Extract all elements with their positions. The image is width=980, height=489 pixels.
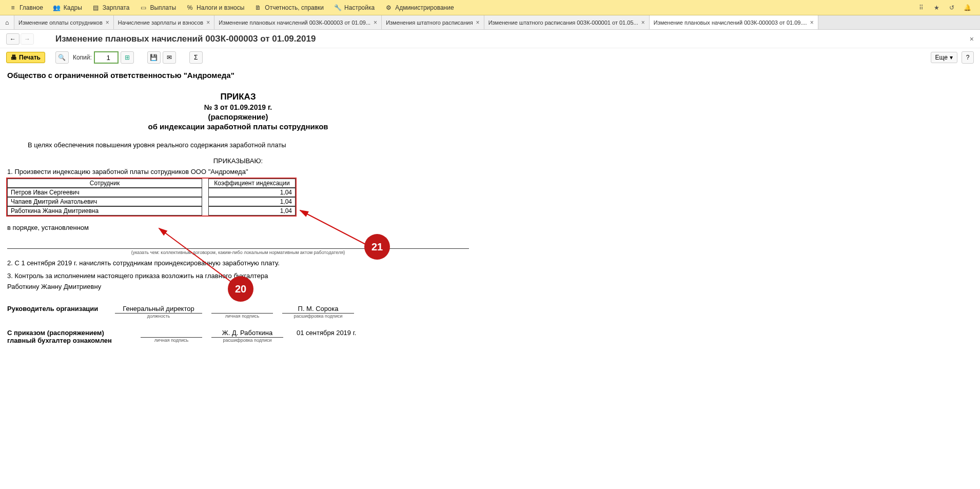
tab-bar: ⌂ Изменение оплаты сотрудников× Начислен…: [0, 15, 980, 30]
save-icon: 💾: [150, 54, 158, 61]
doc-container[interactable]: Общество с ограниченной ответственностью…: [0, 67, 980, 489]
copies-input[interactable]: [94, 51, 119, 64]
sig-ack-date: 01 сентября 2019 г.: [297, 329, 356, 337]
menu-salary[interactable]: ▤Зарплата: [87, 2, 135, 13]
page-title: Изменение плановых начислений 00ЗК-00000…: [55, 34, 316, 44]
close-icon[interactable]: ×: [476, 19, 480, 26]
sig-ack-label1: С приказом (распоряжением): [7, 329, 141, 337]
close-icon[interactable]: ×: [106, 19, 109, 26]
document: Общество с ограниченной ответственностью…: [7, 71, 469, 344]
order-subject: об индексации заработной платы сотрудник…: [7, 122, 469, 131]
right-icons: ⠿ ★ ↺ 🔔: [916, 3, 976, 12]
help-button[interactable]: ?: [962, 51, 974, 64]
sum-button[interactable]: Σ: [189, 51, 203, 64]
tab-5[interactable]: Изменение плановых начислений 00ЗК-00000…: [650, 15, 818, 29]
bell-icon[interactable]: 🔔: [963, 3, 972, 12]
print-button[interactable]: 🖶Печать: [6, 52, 45, 63]
table-row: Работкина Жанна Дмитриевна 1,04: [7, 206, 296, 216]
more-button[interactable]: Еще▾: [931, 52, 957, 63]
people-icon: 👥: [53, 4, 61, 11]
cell-emp: Работкина Жанна Дмитриевна: [7, 206, 202, 216]
print-label: Печать: [19, 54, 41, 61]
gear-icon: ⚙: [385, 4, 392, 11]
export-button[interactable]: ⊞: [121, 51, 134, 64]
home-tab[interactable]: ⌂: [0, 15, 14, 29]
tab-3-label: Изменения штатного расписания: [386, 19, 473, 26]
order-item-2: 2. С 1 сентября 2019 г. начислять сотруд…: [7, 259, 469, 267]
close-icon[interactable]: ×: [206, 19, 210, 26]
mail-button[interactable]: ✉: [163, 51, 176, 64]
doc-icon: 🗎: [254, 4, 262, 11]
preview-button[interactable]: 🔍: [55, 51, 69, 64]
printer-icon: 🖶: [11, 54, 17, 61]
menu-staff-label: Кадры: [64, 4, 82, 11]
fill-hint: (указать чем: коллективным договором, ка…: [7, 250, 469, 255]
apps-icon[interactable]: ⠿: [916, 3, 926, 12]
menu-staff[interactable]: 👥Кадры: [48, 2, 87, 13]
menu-settings-label: Настройка: [344, 4, 375, 11]
cell-coef: 1,04: [208, 188, 296, 197]
sig-sign-hint: личная подпись: [211, 314, 273, 319]
history-icon[interactable]: ↺: [947, 3, 956, 12]
wallet-icon: ▭: [140, 4, 147, 11]
menu-payments-label: Выплаты: [150, 4, 176, 11]
close-icon[interactable]: ×: [641, 19, 645, 26]
order-intro: В целях обеспечения повышения уровня реа…: [28, 141, 469, 149]
close-page[interactable]: ×: [970, 35, 974, 43]
order-word: ПРИКАЗ: [7, 92, 469, 102]
signature-ack: С приказом (распоряжением) главный бухга…: [7, 329, 469, 344]
home-icon: ⌂: [5, 19, 9, 26]
tab-3[interactable]: Изменения штатного расписания×: [382, 15, 484, 29]
index-table: Сотрудник Коэффициент индексации Петров …: [7, 179, 296, 216]
save-button[interactable]: 💾: [147, 51, 161, 64]
tab-2-label: Изменение плановых начислений 00ЗК-00000…: [219, 19, 370, 26]
tab-2[interactable]: Изменение плановых начислений 00ЗК-00000…: [214, 15, 382, 29]
menu-reports[interactable]: 🗎Отчетность, справки: [249, 2, 329, 13]
main-menu: ≡Главное 👥Кадры ▤Зарплата ▭Выплаты %Нало…: [0, 0, 980, 15]
sig-head-pos: Генеральный директор: [115, 305, 202, 314]
cell-coef: 1,04: [208, 206, 296, 216]
list-icon: ▤: [92, 4, 100, 11]
menu-admin[interactable]: ⚙Администрирование: [380, 2, 459, 13]
magnifier-icon: 🔍: [58, 54, 66, 61]
tab-5-label: Изменение плановых начислений 00ЗК-00000…: [654, 19, 807, 26]
percent-icon: %: [186, 4, 193, 11]
order-item-1: 1. Произвести индексацию заработной плат…: [7, 168, 469, 175]
tab-4-label: Изменение штатного расписания 00ЗК-00000…: [488, 19, 638, 26]
sig-pos-hint: должность: [115, 314, 202, 319]
chevron-down-icon: ▾: [950, 54, 953, 61]
more-label: Еще: [935, 54, 948, 61]
nav-back[interactable]: ←: [6, 33, 19, 45]
star-icon[interactable]: ★: [932, 3, 941, 12]
toolbar: 🖶Печать 🔍 Копий: ⊞ 💾 ✉ Σ Еще▾ ?: [0, 48, 980, 67]
nav-forward[interactable]: →: [21, 33, 34, 45]
responsible-name: Работкину Жанну Дмитриевну: [7, 283, 469, 290]
col-employee: Сотрудник: [7, 179, 202, 188]
menu-settings[interactable]: 🔧Настройка: [329, 2, 380, 13]
export-icon: ⊞: [125, 54, 130, 61]
order-item-3: 3. Контроль за исполнением настоящего пр…: [7, 272, 469, 280]
order-verb: ПРИКАЗЫВАЮ:: [7, 157, 469, 165]
tab-0[interactable]: Изменение оплаты сотрудников×: [14, 15, 114, 29]
mail-icon: ✉: [167, 54, 172, 61]
sigma-icon: Σ: [194, 54, 198, 61]
menu-main[interactable]: ≡Главное: [4, 2, 48, 13]
sig-ack-name: Ж. Д. Работкина: [211, 329, 283, 338]
order-header: ПРИКАЗ № 3 от 01.09.2019 г. (распоряжени…: [7, 92, 469, 131]
table-row: Петров Иван Сергеевич 1,04: [7, 188, 296, 197]
tab-1[interactable]: Начисление зарплаты и взносов×: [114, 15, 214, 29]
sig-ack-label2: главный бухгалтер ознакомлен: [7, 337, 141, 344]
in-order: в порядке, установленном: [7, 224, 469, 231]
copies-label: Копий:: [73, 54, 92, 61]
tab-4[interactable]: Изменение штатного расписания 00ЗК-00000…: [484, 15, 650, 29]
fill-line: [7, 240, 469, 249]
menu-admin-label: Администрирование: [395, 4, 454, 11]
nav-row: ← → Изменение плановых начислений 00ЗК-0…: [0, 30, 980, 48]
col-coef: Коэффициент индексации: [208, 179, 296, 188]
menu-taxes[interactable]: %Налоги и взносы: [181, 2, 249, 13]
menu-payments[interactable]: ▭Выплаты: [134, 2, 181, 13]
close-icon[interactable]: ×: [810, 19, 814, 26]
menu-reports-label: Отчетность, справки: [265, 4, 324, 11]
cell-emp: Чапаев Дмитрий Анатольевич: [7, 197, 202, 206]
close-icon[interactable]: ×: [374, 19, 377, 26]
